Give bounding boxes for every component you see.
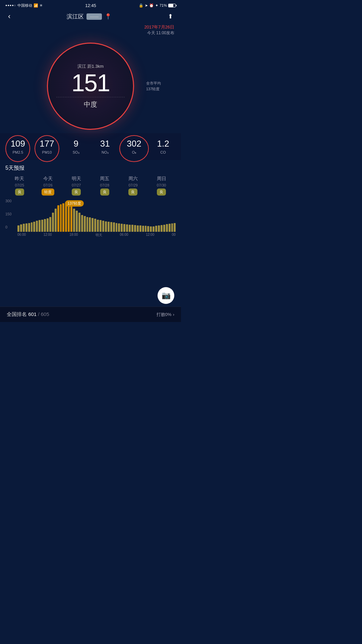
- forecast-day-date: 07/26: [43, 183, 53, 187]
- chart-x-label: 06:00: [17, 233, 26, 237]
- chart-bar: [62, 203, 64, 232]
- chart-tooltip: 137轻度: [65, 200, 84, 207]
- aqi-level: 中度: [84, 100, 97, 109]
- chart-bar: [166, 224, 168, 232]
- camera-button[interactable]: 📷: [158, 287, 174, 304]
- bottom-right[interactable]: 打败0% ›: [157, 312, 174, 318]
- published-label: 今天 11:00发布: [7, 30, 174, 36]
- pollutant-name: CO: [160, 150, 166, 154]
- chart-bar: [17, 225, 19, 232]
- chart-bar: [44, 219, 46, 232]
- chart-bar: [139, 225, 141, 232]
- date-info: 2017年7月26日 今天 11:00发布: [0, 24, 181, 39]
- location-box: ——: [86, 13, 102, 20]
- chart-bar: [158, 225, 160, 232]
- chart-bar: [153, 226, 155, 232]
- pollutant-name: NO₂: [102, 150, 109, 155]
- pollutant-name: PM2.5: [12, 150, 23, 154]
- pollutant-value: 177: [40, 139, 54, 149]
- status-right: 🔒 ➤ ⏰ ✦ 71%: [139, 3, 176, 8]
- pollutant-value: 1.2: [157, 139, 169, 149]
- chart-bar: [116, 223, 118, 232]
- chart-y-label: 0: [5, 225, 11, 229]
- bluetooth-icon: ✦: [155, 3, 158, 8]
- chart-bar: [129, 225, 131, 232]
- pollutant-item: 9SO₂: [64, 139, 88, 155]
- rank-label: 全国排名: [7, 311, 27, 317]
- chart-bar: [39, 220, 41, 232]
- chart-y-label: 300: [5, 199, 11, 203]
- pollutant-item: 109PM2.5: [6, 139, 30, 154]
- pin-icon: 📍: [105, 13, 112, 20]
- location-name: 滨江区: [67, 13, 84, 20]
- wifi-icon: 📶: [34, 3, 38, 8]
- forecast-day-date: 07/28: [100, 183, 110, 187]
- forecast-day-name: 周日: [157, 176, 166, 182]
- forecast-day-name: 今天: [43, 176, 53, 182]
- chart-bar: [174, 223, 176, 232]
- forecast-day: 明天07/27良: [64, 176, 88, 196]
- forecast-day-date: 07/30: [157, 183, 166, 187]
- bottom-bar: 全国排名 601 / 605 打败0% ›: [0, 307, 181, 322]
- chart-bar: [155, 226, 157, 232]
- chart-bar: [137, 225, 139, 232]
- forecast-day-date: 07/25: [15, 183, 24, 187]
- chart-bar: [113, 222, 115, 232]
- chart-bar: [161, 225, 163, 232]
- chart-x-label: 18:00: [69, 233, 78, 237]
- chart-bar: [76, 211, 78, 232]
- chart-bar: [145, 226, 147, 232]
- carrier-label: 中国移动: [17, 3, 32, 8]
- chart-bar: [41, 220, 43, 232]
- back-button[interactable]: ‹: [7, 11, 12, 22]
- chart-x-label: 06:00: [120, 233, 128, 237]
- chart-bar: [92, 218, 94, 232]
- forecast-day: 今天07/26轻度: [36, 176, 60, 196]
- rank-value: 601: [28, 311, 37, 317]
- chart-bar: [121, 224, 123, 232]
- chart-bar: [65, 202, 67, 232]
- chart-bar: [142, 226, 144, 232]
- chart-bars: [17, 202, 176, 232]
- chart-bar: [47, 218, 49, 232]
- pollutant-item: 302O₃: [122, 139, 146, 155]
- chart-bar: [171, 223, 173, 232]
- forecast-badge: 良: [157, 189, 166, 196]
- pollutant-item: 1.2CO: [151, 139, 175, 154]
- chart-bar: [100, 220, 102, 232]
- forecast-section: 5天预报 昨天07/25良今天07/26轻度明天07/27良周五07/28良周六…: [0, 160, 181, 196]
- forecast-day: 周五07/28良: [93, 176, 117, 196]
- pollutant-name: PM10: [42, 150, 52, 154]
- status-bar: ●●●●○ 中国移动 📶 ✳ 12:45 🔒 ➤ ⏰ ✦ 71%: [0, 0, 181, 9]
- forecast-day-date: 07/27: [72, 183, 81, 187]
- chart-bar: [86, 217, 88, 232]
- chart-bar: [60, 204, 62, 232]
- battery-icon-wrap: [168, 4, 176, 7]
- chart-bar: [49, 217, 51, 232]
- city-avg-label: 全市平均: [146, 80, 161, 86]
- main-circle-section: 滨江 距1.3km 151 中度 全市平均 137轻度: [23, 39, 158, 133]
- chart-bar: [102, 221, 104, 232]
- forecast-day: 昨天07/25良: [7, 176, 32, 196]
- chart-bar: [118, 223, 120, 232]
- pollutant-value: 109: [11, 139, 25, 149]
- chart-bar: [150, 226, 152, 232]
- status-left: ●●●●○ 中国移动 📶 ✳: [5, 3, 43, 8]
- city-average: 全市平均 137轻度: [146, 80, 161, 92]
- forecast-day-name: 周六: [128, 176, 138, 182]
- pollutant-name: SO₂: [73, 150, 79, 155]
- pollutant-name: O₃: [132, 150, 136, 155]
- forecast-title: 5天预报: [5, 165, 176, 172]
- chart-bar: [73, 209, 75, 232]
- chart-bar: [68, 204, 70, 232]
- share-button[interactable]: ⬆: [167, 11, 174, 21]
- chart-bar: [163, 225, 165, 232]
- chart-bar: [169, 224, 171, 232]
- chart-bar: [110, 222, 112, 232]
- pollutants-row: 109PM2.5177PM109SO₂31NO₂302O₃1.2CO: [0, 133, 181, 160]
- chart-bar: [55, 209, 57, 232]
- chart-x-label: 明天: [96, 233, 102, 237]
- chart-bar: [81, 215, 83, 232]
- chart-bar: [52, 213, 54, 232]
- signal-dots: ●●●●○: [5, 4, 16, 7]
